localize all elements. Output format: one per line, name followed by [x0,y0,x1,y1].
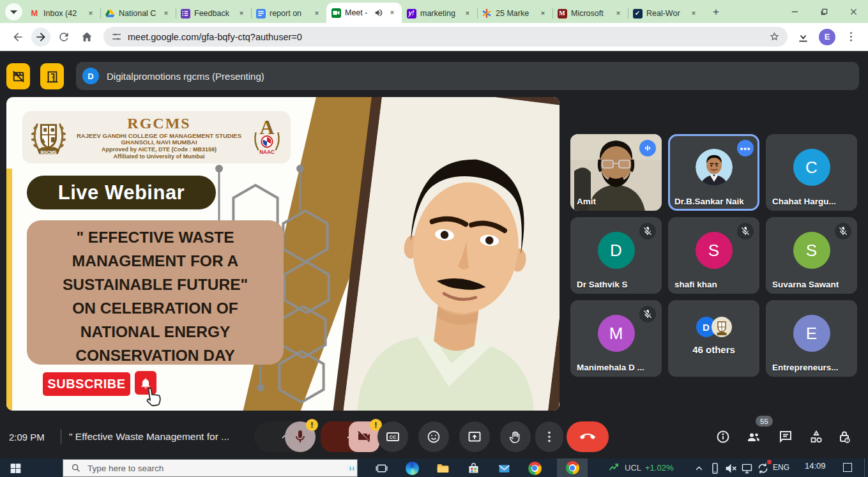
language-indicator[interactable]: ENG [773,463,789,472]
tab-audio-icon[interactable] [374,8,383,17]
others-avatars: D [696,317,732,337]
back-button[interactable] [8,27,27,47]
chrome-active-button[interactable] [557,458,588,477]
participant-tile-46-others[interactable]: D46 others [668,300,759,377]
participant-tile-dr-b-sankar-naik[interactable]: Dr.B.Sankar Naik••• [668,134,759,211]
bookmark-star-icon[interactable] [769,31,780,42]
tab-close-button[interactable]: ✕ [161,8,171,19]
participant-tile-manimehala-d[interactable]: MManimehala D ... [570,300,662,377]
whiteboard-off-icon [11,70,26,84]
forward-button[interactable] [31,27,50,47]
browser-tab-national-c[interactable]: National C✕ [100,4,176,23]
host-controls-button[interactable] [837,429,852,444]
touch-keyboard-tray-icon[interactable] [843,463,852,472]
tab-close-button[interactable]: ✕ [689,8,699,19]
sync-tray-icon[interactable] [755,460,770,476]
store-button[interactable] [466,460,481,476]
poster-yellow-strip [6,169,12,411]
task-view-button[interactable] [374,460,389,476]
browser-menu-icon[interactable] [844,30,858,43]
divider [61,429,61,444]
participant-tile-entrepreneurs[interactable]: EEntrepreneurs... [766,300,857,377]
participant-tile-amit[interactable]: Amit [570,134,662,211]
participant-tile-chahat-hargu[interactable]: CChahat Hargu... [766,134,857,211]
home-button[interactable] [77,27,96,47]
mail-button[interactable] [496,460,512,476]
captions-button[interactable]: CC [377,421,408,452]
meeting-details-button[interactable] [715,429,731,444]
reload-button[interactable] [54,27,73,47]
raise-hand-button[interactable] [500,421,531,452]
taskbar-search[interactable]: Type here to search [63,459,358,477]
participant-name: 46 others [668,344,759,355]
network-tray-icon[interactable] [739,460,754,476]
tab-close-button[interactable]: ✕ [387,8,397,18]
tray-expand-button[interactable] [691,460,706,476]
browser-tab-report-on[interactable]: report on✕ [251,4,326,23]
tab-label: 25 Marke [496,9,534,18]
more-options-button[interactable] [535,421,563,452]
volume-muted-tray-icon[interactable] [723,460,738,476]
phone-link-tray-icon[interactable] [707,460,722,476]
camera-button[interactable]: ! [349,421,379,452]
college-approval: Approved by AICTE, DTE (Code : MB3159) [73,146,245,153]
chrome-button[interactable] [527,460,542,476]
browser-tab-inbox-42[interactable]: MInbox (42✕ [25,4,100,23]
participant-tile-shafi-khan[interactable]: Sshafi khan [668,217,759,294]
tab-close-button[interactable]: ✕ [613,8,623,19]
download-icon[interactable] [796,30,810,43]
tab-search-button[interactable] [5,3,22,20]
minimize-button[interactable] [780,0,809,23]
edge-taskbar-button[interactable] [404,460,420,476]
rgcms-crest-logo: RGCMS [29,117,68,157]
browser-tab-feedback[interactable]: Feedback✕ [176,4,251,23]
host-lock-icon [837,429,852,444]
avatar: S [793,232,830,269]
profile-avatar[interactable]: E [819,29,835,45]
mic-off-icon [835,223,851,239]
maximize-button[interactable] [809,0,839,23]
avatar: M [598,315,635,352]
browser-tab-meet[interactable]: Meet -✕ [326,3,402,23]
browser-tab-25-marke[interactable]: 25 Marke✕ [477,4,552,23]
camera-off-icon [356,429,372,444]
news-interests-widget[interactable]: UCL +1.02% [608,461,673,474]
college-location: GHANSOLI, NAVI MUMBAI [73,139,245,146]
people-button[interactable] [746,429,761,444]
reactions-button[interactable] [418,421,449,452]
end-call-button[interactable] [567,421,609,452]
presenting-banner: D Digitalpromotions rgcms (Presenting) [76,62,859,90]
browser-tab-microsoft[interactable]: MMicrosoft✕ [552,4,628,23]
naac-grade-logo: A NAAC [250,117,284,157]
chat-icon [778,429,793,444]
participant-tile-dr-sathvik-s[interactable]: DDr Sathvik S [570,217,662,294]
tab-label: Real-Wor [646,9,685,18]
tab-close-button[interactable]: ✕ [86,8,96,19]
start-button[interactable] [8,460,23,476]
tab-close-button[interactable]: ✕ [312,8,322,19]
whiteboard-off-button[interactable] [6,63,30,89]
tab-close-button[interactable]: ✕ [462,8,473,19]
browser-tab-marketing[interactable]: y!marketing✕ [402,4,477,23]
tab-close-button[interactable]: ✕ [538,8,548,19]
chat-button[interactable] [778,429,793,444]
new-tab-button[interactable]: + [707,3,725,21]
search-highlight-image [347,463,357,473]
tile-menu-button[interactable]: ••• [737,140,754,156]
participant-tile-suvarna-sawant[interactable]: SSuvarna Sawant [766,217,857,294]
chrome-icon [528,462,542,475]
present-button[interactable] [459,421,490,452]
participant-name: shafi khan [674,280,717,289]
tab-close-button[interactable]: ✕ [236,8,247,19]
show-desktop-button[interactable] [864,458,865,477]
mail-icon [498,462,511,475]
address-bar[interactable]: meet.google.com/gfa-bqfy-ctq?authuser=0 [103,27,788,47]
door-open-button[interactable] [40,63,64,89]
url-text: meet.google.com/gfa-bqfy-ctq?authuser=0 [128,32,763,42]
browser-tab-real-wor[interactable]: ✓Real-Wor✕ [628,4,703,23]
taskbar-clock[interactable]: 14:09 [805,461,826,471]
file-explorer-button[interactable] [435,460,450,476]
mic-button[interactable]: ! [285,421,316,452]
close-button[interactable] [839,0,868,23]
activities-button[interactable] [809,429,824,444]
